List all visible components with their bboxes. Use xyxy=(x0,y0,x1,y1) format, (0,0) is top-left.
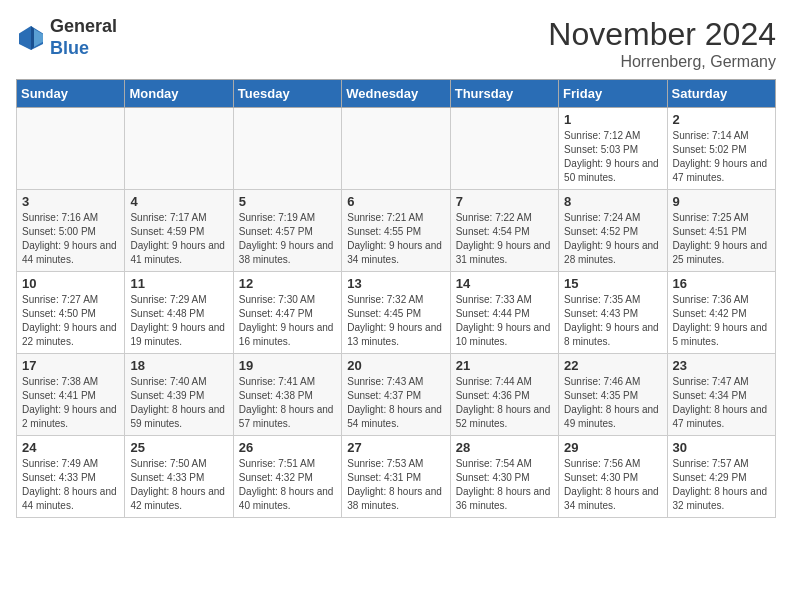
day-number: 1 xyxy=(564,112,661,127)
day-number: 3 xyxy=(22,194,119,209)
day-number: 10 xyxy=(22,276,119,291)
weekday-header: Sunday xyxy=(17,80,125,108)
calendar-day-cell: 23Sunrise: 7:47 AMSunset: 4:34 PMDayligh… xyxy=(667,354,775,436)
day-number: 7 xyxy=(456,194,553,209)
calendar-day-cell: 12Sunrise: 7:30 AMSunset: 4:47 PMDayligh… xyxy=(233,272,341,354)
day-number: 21 xyxy=(456,358,553,373)
day-info: Sunrise: 7:16 AMSunset: 5:00 PMDaylight:… xyxy=(22,211,119,267)
day-number: 19 xyxy=(239,358,336,373)
logo-text: General Blue xyxy=(50,16,117,59)
calendar-day-cell xyxy=(233,108,341,190)
day-number: 17 xyxy=(22,358,119,373)
day-number: 5 xyxy=(239,194,336,209)
weekday-header: Thursday xyxy=(450,80,558,108)
calendar-day-cell: 17Sunrise: 7:38 AMSunset: 4:41 PMDayligh… xyxy=(17,354,125,436)
day-info: Sunrise: 7:43 AMSunset: 4:37 PMDaylight:… xyxy=(347,375,444,431)
calendar-day-cell: 26Sunrise: 7:51 AMSunset: 4:32 PMDayligh… xyxy=(233,436,341,518)
day-info: Sunrise: 7:53 AMSunset: 4:31 PMDaylight:… xyxy=(347,457,444,513)
weekday-header: Saturday xyxy=(667,80,775,108)
svg-marker-2 xyxy=(31,26,34,50)
calendar-day-cell: 3Sunrise: 7:16 AMSunset: 5:00 PMDaylight… xyxy=(17,190,125,272)
calendar-day-cell: 15Sunrise: 7:35 AMSunset: 4:43 PMDayligh… xyxy=(559,272,667,354)
calendar-table: SundayMondayTuesdayWednesdayThursdayFrid… xyxy=(16,79,776,518)
title-block: November 2024 Horrenberg, Germany xyxy=(548,16,776,71)
day-number: 4 xyxy=(130,194,227,209)
day-number: 30 xyxy=(673,440,770,455)
day-number: 16 xyxy=(673,276,770,291)
day-info: Sunrise: 7:21 AMSunset: 4:55 PMDaylight:… xyxy=(347,211,444,267)
calendar-day-cell: 25Sunrise: 7:50 AMSunset: 4:33 PMDayligh… xyxy=(125,436,233,518)
day-info: Sunrise: 7:22 AMSunset: 4:54 PMDaylight:… xyxy=(456,211,553,267)
calendar-day-cell: 14Sunrise: 7:33 AMSunset: 4:44 PMDayligh… xyxy=(450,272,558,354)
calendar-day-cell: 2Sunrise: 7:14 AMSunset: 5:02 PMDaylight… xyxy=(667,108,775,190)
location: Horrenberg, Germany xyxy=(548,53,776,71)
calendar-week-row: 3Sunrise: 7:16 AMSunset: 5:00 PMDaylight… xyxy=(17,190,776,272)
day-number: 2 xyxy=(673,112,770,127)
calendar-day-cell xyxy=(125,108,233,190)
day-info: Sunrise: 7:47 AMSunset: 4:34 PMDaylight:… xyxy=(673,375,770,431)
calendar-week-row: 10Sunrise: 7:27 AMSunset: 4:50 PMDayligh… xyxy=(17,272,776,354)
calendar-day-cell: 30Sunrise: 7:57 AMSunset: 4:29 PMDayligh… xyxy=(667,436,775,518)
weekday-header: Monday xyxy=(125,80,233,108)
day-number: 18 xyxy=(130,358,227,373)
day-info: Sunrise: 7:24 AMSunset: 4:52 PMDaylight:… xyxy=(564,211,661,267)
calendar-day-cell: 27Sunrise: 7:53 AMSunset: 4:31 PMDayligh… xyxy=(342,436,450,518)
day-info: Sunrise: 7:17 AMSunset: 4:59 PMDaylight:… xyxy=(130,211,227,267)
calendar-day-cell xyxy=(342,108,450,190)
calendar-day-cell: 11Sunrise: 7:29 AMSunset: 4:48 PMDayligh… xyxy=(125,272,233,354)
day-info: Sunrise: 7:49 AMSunset: 4:33 PMDaylight:… xyxy=(22,457,119,513)
calendar-day-cell: 24Sunrise: 7:49 AMSunset: 4:33 PMDayligh… xyxy=(17,436,125,518)
calendar-week-row: 17Sunrise: 7:38 AMSunset: 4:41 PMDayligh… xyxy=(17,354,776,436)
day-info: Sunrise: 7:54 AMSunset: 4:30 PMDaylight:… xyxy=(456,457,553,513)
day-info: Sunrise: 7:44 AMSunset: 4:36 PMDaylight:… xyxy=(456,375,553,431)
day-info: Sunrise: 7:25 AMSunset: 4:51 PMDaylight:… xyxy=(673,211,770,267)
day-number: 23 xyxy=(673,358,770,373)
day-info: Sunrise: 7:57 AMSunset: 4:29 PMDaylight:… xyxy=(673,457,770,513)
weekday-header: Wednesday xyxy=(342,80,450,108)
day-number: 8 xyxy=(564,194,661,209)
day-info: Sunrise: 7:56 AMSunset: 4:30 PMDaylight:… xyxy=(564,457,661,513)
day-number: 24 xyxy=(22,440,119,455)
day-info: Sunrise: 7:40 AMSunset: 4:39 PMDaylight:… xyxy=(130,375,227,431)
day-info: Sunrise: 7:33 AMSunset: 4:44 PMDaylight:… xyxy=(456,293,553,349)
calendar-day-cell: 6Sunrise: 7:21 AMSunset: 4:55 PMDaylight… xyxy=(342,190,450,272)
day-number: 25 xyxy=(130,440,227,455)
calendar-day-cell: 7Sunrise: 7:22 AMSunset: 4:54 PMDaylight… xyxy=(450,190,558,272)
calendar-day-cell: 16Sunrise: 7:36 AMSunset: 4:42 PMDayligh… xyxy=(667,272,775,354)
day-number: 29 xyxy=(564,440,661,455)
day-info: Sunrise: 7:14 AMSunset: 5:02 PMDaylight:… xyxy=(673,129,770,185)
day-info: Sunrise: 7:36 AMSunset: 4:42 PMDaylight:… xyxy=(673,293,770,349)
calendar-day-cell: 18Sunrise: 7:40 AMSunset: 4:39 PMDayligh… xyxy=(125,354,233,436)
calendar-day-cell: 4Sunrise: 7:17 AMSunset: 4:59 PMDaylight… xyxy=(125,190,233,272)
day-info: Sunrise: 7:19 AMSunset: 4:57 PMDaylight:… xyxy=(239,211,336,267)
logo-icon xyxy=(16,23,46,53)
day-number: 28 xyxy=(456,440,553,455)
calendar-week-row: 24Sunrise: 7:49 AMSunset: 4:33 PMDayligh… xyxy=(17,436,776,518)
day-number: 13 xyxy=(347,276,444,291)
calendar-day-cell: 10Sunrise: 7:27 AMSunset: 4:50 PMDayligh… xyxy=(17,272,125,354)
day-number: 27 xyxy=(347,440,444,455)
calendar-day-cell: 19Sunrise: 7:41 AMSunset: 4:38 PMDayligh… xyxy=(233,354,341,436)
calendar-day-cell: 1Sunrise: 7:12 AMSunset: 5:03 PMDaylight… xyxy=(559,108,667,190)
day-number: 6 xyxy=(347,194,444,209)
day-info: Sunrise: 7:27 AMSunset: 4:50 PMDaylight:… xyxy=(22,293,119,349)
calendar-day-cell xyxy=(450,108,558,190)
logo: General Blue xyxy=(16,16,117,59)
calendar-day-cell: 20Sunrise: 7:43 AMSunset: 4:37 PMDayligh… xyxy=(342,354,450,436)
calendar-header-row: SundayMondayTuesdayWednesdayThursdayFrid… xyxy=(17,80,776,108)
calendar-body: 1Sunrise: 7:12 AMSunset: 5:03 PMDaylight… xyxy=(17,108,776,518)
weekday-header: Friday xyxy=(559,80,667,108)
day-number: 14 xyxy=(456,276,553,291)
day-number: 9 xyxy=(673,194,770,209)
day-info: Sunrise: 7:38 AMSunset: 4:41 PMDaylight:… xyxy=(22,375,119,431)
day-number: 20 xyxy=(347,358,444,373)
calendar-day-cell: 8Sunrise: 7:24 AMSunset: 4:52 PMDaylight… xyxy=(559,190,667,272)
day-number: 15 xyxy=(564,276,661,291)
day-info: Sunrise: 7:41 AMSunset: 4:38 PMDaylight:… xyxy=(239,375,336,431)
calendar-day-cell: 28Sunrise: 7:54 AMSunset: 4:30 PMDayligh… xyxy=(450,436,558,518)
page-header: General Blue November 2024 Horrenberg, G… xyxy=(16,16,776,71)
day-info: Sunrise: 7:51 AMSunset: 4:32 PMDaylight:… xyxy=(239,457,336,513)
month-title: November 2024 xyxy=(548,16,776,53)
day-number: 22 xyxy=(564,358,661,373)
day-info: Sunrise: 7:29 AMSunset: 4:48 PMDaylight:… xyxy=(130,293,227,349)
